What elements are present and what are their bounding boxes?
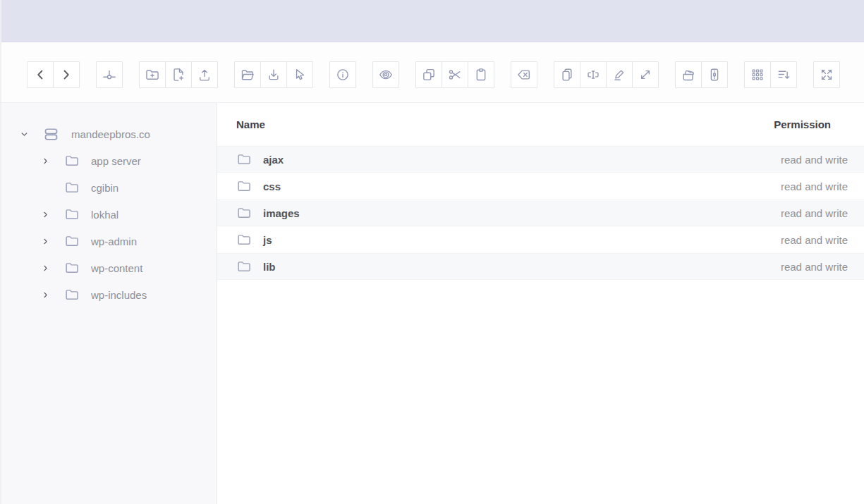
open-folder-button[interactable] <box>234 61 261 88</box>
file-permission: read and write <box>781 234 848 246</box>
toolbar-group-preview <box>372 61 399 88</box>
toolbar <box>1 42 864 103</box>
grid-view-button[interactable] <box>744 61 771 88</box>
chevron-spacer <box>41 183 50 192</box>
resize-button[interactable] <box>632 61 659 88</box>
chevron-right-icon[interactable] <box>41 210 50 219</box>
forward-button[interactable] <box>53 61 80 88</box>
sort-icon <box>776 67 791 82</box>
rename-button[interactable] <box>580 61 607 88</box>
table-row-images[interactable]: images read and write <box>217 199 864 226</box>
folder-icon <box>64 287 80 302</box>
open-folder-icon <box>240 67 255 82</box>
pointer-cursor-icon <box>292 67 308 82</box>
server-icon <box>42 125 60 143</box>
fullscreen-expand-icon <box>819 67 834 82</box>
tree-item-label: cgibin <box>91 182 118 194</box>
connect-icon <box>102 67 117 82</box>
download-button[interactable] <box>260 61 287 88</box>
tree-item-cgibin[interactable]: cgibin <box>1 174 217 201</box>
preview-button[interactable] <box>372 61 399 88</box>
column-header-permission: Permission <box>774 118 831 130</box>
toolbar-group-info <box>329 61 356 88</box>
table-body: ajax read and write css read and write i… <box>217 146 864 280</box>
cut-button[interactable] <box>442 61 468 88</box>
fullscreen-button[interactable] <box>813 61 840 88</box>
table-row-ajax[interactable]: ajax read and write <box>217 146 864 173</box>
info-button[interactable] <box>329 61 356 88</box>
clipboard-icon <box>473 67 489 82</box>
file-manager-app: mandeepbros.co app server cgibin <box>0 0 864 504</box>
toolbar-group-modify <box>554 61 659 88</box>
tree-item-app-server[interactable]: app server <box>1 147 217 174</box>
tree-root-site[interactable]: mandeepbros.co <box>1 121 217 147</box>
tree-item-lokhal[interactable]: lokhal <box>1 201 217 228</box>
unarchive-button[interactable] <box>675 61 702 88</box>
chevron-right-icon <box>59 67 74 82</box>
chevron-right-icon[interactable] <box>41 237 50 246</box>
copy-button[interactable] <box>415 61 442 88</box>
tree-item-label: wp-admin <box>91 235 137 247</box>
edit-button[interactable] <box>606 61 633 88</box>
toolbar-group-fullscreen <box>813 61 840 88</box>
pencil-icon <box>612 67 627 82</box>
file-name: js <box>263 234 781 246</box>
folder-icon <box>236 232 252 247</box>
connect-button[interactable] <box>96 61 123 88</box>
delete-button[interactable] <box>511 61 537 88</box>
download-icon <box>266 67 281 82</box>
eye-icon <box>378 67 394 82</box>
folder-icon <box>64 207 80 222</box>
tree-item-wp-admin[interactable]: wp-admin <box>1 228 217 254</box>
paste-button[interactable] <box>468 61 494 88</box>
toolbar-group-connect <box>96 61 123 88</box>
table-header: Name Permission <box>217 103 864 146</box>
toolbar-group-clipboard <box>415 61 494 88</box>
grid-view-icon <box>750 67 765 82</box>
new-file-button[interactable] <box>165 61 192 88</box>
new-folder-icon <box>145 67 160 82</box>
new-file-icon <box>171 67 186 82</box>
open-archive-icon <box>681 67 696 82</box>
copy-icon <box>421 67 437 82</box>
tree-root-label: mandeepbros.co <box>71 128 150 140</box>
sort-button[interactable] <box>770 61 797 88</box>
file-name: ajax <box>263 154 781 166</box>
duplicate-button[interactable] <box>554 61 580 88</box>
compress-button[interactable] <box>701 61 728 88</box>
table-row-js[interactable]: js read and write <box>217 226 864 253</box>
file-name: css <box>263 180 781 192</box>
file-name: images <box>263 207 781 219</box>
file-permission: read and write <box>781 180 848 192</box>
new-folder-button[interactable] <box>139 61 166 88</box>
chevron-down-icon[interactable] <box>20 130 29 139</box>
sidebar-tree: mandeepbros.co app server cgibin <box>1 103 217 504</box>
content-area: mandeepbros.co app server cgibin <box>1 103 864 504</box>
table-row-lib[interactable]: lib read and write <box>217 253 864 280</box>
toolbar-group-create <box>139 61 218 88</box>
table-row-css[interactable]: css read and write <box>217 173 864 199</box>
window-header-band <box>1 0 864 42</box>
resize-diagonal-icon <box>638 67 653 82</box>
chevron-right-icon[interactable] <box>41 156 50 166</box>
scissors-icon <box>447 67 463 82</box>
toolbar-group-open <box>234 61 313 88</box>
zip-file-icon <box>707 67 722 82</box>
folder-icon <box>236 152 252 167</box>
back-button[interactable] <box>27 61 54 88</box>
file-list-panel: Name Permission ajax read and write css <box>217 103 864 504</box>
tree-item-wp-includes[interactable]: wp-includes <box>1 281 217 308</box>
folder-icon <box>64 233 80 249</box>
chevron-right-icon[interactable] <box>41 264 50 273</box>
upload-button[interactable] <box>191 61 218 88</box>
folder-icon <box>64 260 80 276</box>
toolbar-group-nav <box>27 61 80 88</box>
chevron-right-icon[interactable] <box>41 290 50 300</box>
toolbar-group-archive <box>675 61 728 88</box>
column-header-name: Name <box>236 118 774 130</box>
folder-icon <box>64 180 80 195</box>
select-button[interactable] <box>286 61 313 88</box>
file-name: lib <box>263 261 781 273</box>
folder-icon <box>64 153 80 168</box>
tree-item-wp-content[interactable]: wp-content <box>1 254 217 281</box>
